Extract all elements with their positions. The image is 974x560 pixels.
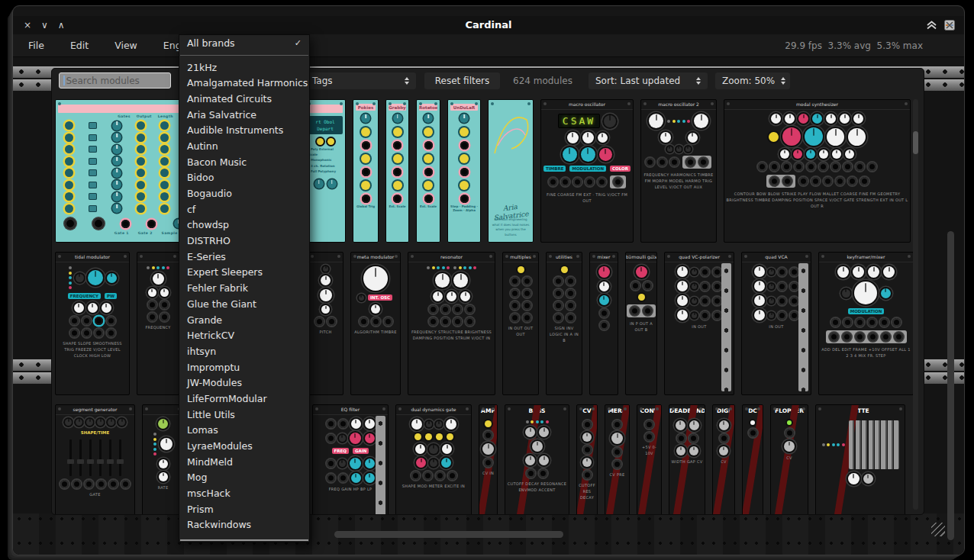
module-card[interactable]: dual dynamics gateSHAPE MOD METER EXCITE…	[395, 404, 472, 515]
knob	[719, 420, 729, 430]
brand-menu-item[interactable]: Autinn	[179, 138, 309, 154]
module-card[interactable]: GrabbyExt. Scale	[385, 99, 409, 243]
brand-menu-item[interactable]: LyraeModules	[179, 438, 309, 454]
module-card[interactable]: MERACV PRE	[605, 404, 630, 515]
brand-menu-item[interactable]: Amalgamated Harmonics	[179, 75, 309, 91]
module-card[interactable]: CONV+5V 0-10V	[637, 404, 662, 515]
module-card[interactable]: quad VC-polarizerIN OUT	[664, 252, 734, 395]
module-card[interactable]: macro oscillator 2FREQUENCY HARMONICS TI…	[640, 99, 717, 243]
brand-menu-item[interactable]: Rackwindows	[179, 517, 309, 533]
zoom-select[interactable]: Zoom: 50%	[715, 72, 790, 89]
brand-menu-item[interactable]: Bidoo	[179, 170, 309, 186]
brand-menu-item[interactable]: cf	[179, 201, 309, 217]
module-card[interactable]: RotatoesExt. Scale	[416, 99, 440, 243]
knob	[460, 291, 470, 301]
brand-menu-item[interactable]: Impromptu	[179, 359, 309, 375]
module-card[interactable]: EQ filterFREQGAINFREQ GAIN HP BP LP	[312, 404, 389, 515]
knob	[677, 281, 688, 291]
brand-menu-item[interactable]: MindMeld	[179, 454, 309, 470]
search-input[interactable]: Search modules	[59, 72, 171, 89]
yellow-ring-port	[160, 145, 169, 153]
module-card[interactable]: multiplesIN OUT OUT OUT	[502, 252, 539, 395]
module-card[interactable]: FLOPPERCV	[770, 404, 808, 515]
brand-menu-item[interactable]: 21kHz	[179, 60, 309, 76]
brand-menu-item[interactable]: Audible Instruments	[179, 122, 309, 138]
brand-menu-item[interactable]: chowdsp	[179, 217, 309, 233]
brand-menu-item[interactable]: LifeFormModular	[179, 391, 309, 407]
module-card[interactable]: PITCH	[308, 252, 343, 395]
jack-port	[393, 195, 402, 203]
reset-filters-button[interactable]: Reset filters	[424, 72, 500, 89]
brand-menu-item[interactable]: Little Utils	[179, 407, 309, 423]
brand-menu-item[interactable]: Bogaudio	[179, 185, 309, 201]
module-card[interactable]: DEADBANDWIDTH GAP CV	[669, 404, 705, 515]
module-card[interactable]: modal synthesizerCONTOUR BOW BLOW STRIKE…	[724, 99, 911, 243]
jack-port	[795, 163, 803, 171]
module-card[interactable]: meta modulatorINT. OSCALGORITHM TIMBRE	[350, 252, 401, 395]
module-card[interactable]: tidal modulatorFREQUENCYPWSHAPE SLOPE SM…	[55, 252, 130, 395]
brand-menu-item[interactable]: Grande	[179, 312, 309, 328]
brand-menu-item[interactable]: Fehler Fabrik	[179, 280, 309, 296]
browser-vertical-scrollbar[interactable]	[913, 99, 918, 510]
module-card[interactable]: bernoulli gateIN P OUT A OUT B	[625, 252, 657, 395]
menu-item-file[interactable]: File	[28, 40, 44, 51]
module-card[interactable]: resonatorFREQUENCY STRUCTURE BRIGHTNESS …	[408, 252, 495, 395]
module-card[interactable]: JETTE	[815, 404, 905, 515]
module-card[interactable]: macro oscillatorCSAWTIMBREMODULATIONCOLO…	[540, 99, 634, 243]
module-card[interactable]: RATE	[142, 404, 184, 515]
module-card[interactable]: PokiesGlobal Trig	[353, 99, 379, 243]
yellow-button	[361, 181, 370, 190]
host-app-icon[interactable]	[944, 20, 955, 31]
module-card[interactable]: DIGICV	[712, 404, 735, 515]
menu-item-edit[interactable]: Edit	[70, 40, 89, 51]
brand-menu-item[interactable]: ihtsyn	[179, 343, 309, 359]
module-card[interactable]: DC	[742, 404, 763, 515]
module-card[interactable]: utilitiesSIGN INV LOGIC IN A IN B	[546, 252, 582, 395]
brand-menu-item[interactable]: DISTRHO	[179, 233, 309, 249]
module-card[interactable]: FREQUENCY	[137, 252, 179, 395]
collapse-all-icon[interactable]	[926, 21, 937, 30]
yellow-ring-port	[160, 181, 169, 189]
jack-port	[807, 163, 815, 171]
play-button[interactable]	[769, 132, 779, 142]
module-card[interactable]: BASSCUTOFF DECAY RESONANCE ENVMOD ACCENT	[505, 404, 569, 515]
tags-filter-select[interactable]: Tags	[305, 72, 416, 89]
knob	[411, 419, 422, 430]
module-card[interactable]: AMPCV IN	[479, 404, 498, 515]
brand-menu-item[interactable]: mscHack	[179, 485, 309, 501]
module-title: tidal modulator	[56, 253, 129, 262]
brand-menu-item-selected[interactable]: All brands✓	[179, 35, 309, 51]
module-card[interactable]: CVCUTOFF RES DECAY	[576, 404, 598, 515]
brand-menu-item[interactable]: Prism	[179, 501, 309, 517]
module-card[interactable]: segment generatorSHAPE/TIMEGATE	[55, 404, 135, 515]
scrollbar-thumb[interactable]	[913, 131, 918, 154]
brand-menu-item[interactable]: Lomas	[179, 423, 309, 439]
brand-menu-item[interactable]: Expert Sleepers	[179, 265, 309, 281]
module-card[interactable]: quad VCAIN OUT	[741, 252, 811, 395]
module-decor-row	[816, 473, 905, 484]
menu-item-view[interactable]: View	[114, 40, 137, 51]
rack-horizontal-scrollbar[interactable]	[334, 531, 563, 538]
module-card[interactable]: keyframer/mixerMODULATIONADD DEL EDIT FR…	[818, 252, 914, 395]
resize-grip[interactable]	[931, 523, 945, 536]
rack-vertical-scrollbar[interactable]	[947, 231, 954, 540]
teal-knob	[361, 114, 370, 123]
brand-menu-item[interactable]: Mog	[179, 470, 309, 486]
module-card[interactable]: rt ObolDepart· Poly External Scale· Mono…	[305, 99, 346, 243]
brand-menu-item[interactable]: Aria Salvatrice	[179, 107, 309, 123]
yellow-button	[460, 181, 469, 190]
brand-menu-item[interactable]: Animated Circuits	[179, 91, 309, 107]
brand-menu-item[interactable]: HetrickCV	[179, 327, 309, 343]
strip-column	[386, 114, 408, 203]
jack-port	[790, 282, 798, 291]
brand-menu-item[interactable]: Bacon Music	[179, 154, 309, 170]
jack-port	[790, 311, 798, 320]
brand-menu-item[interactable]: E-Series	[179, 249, 309, 265]
brand-menu-item[interactable]: JW-Modules	[179, 375, 309, 391]
brand-menu-item-label: Autinn	[187, 140, 218, 152]
brand-menu-item[interactable]: Glue the Giant	[179, 296, 309, 312]
module-card[interactable]: mixer	[589, 252, 618, 395]
sort-select[interactable]: Sort: Last updated	[589, 72, 708, 89]
module-card[interactable]: UnDuLaRStep · Padding · Zoom · Alpha	[447, 99, 481, 243]
module-card[interactable]: AriaSalvatricePrecision engineering what…	[488, 99, 534, 243]
